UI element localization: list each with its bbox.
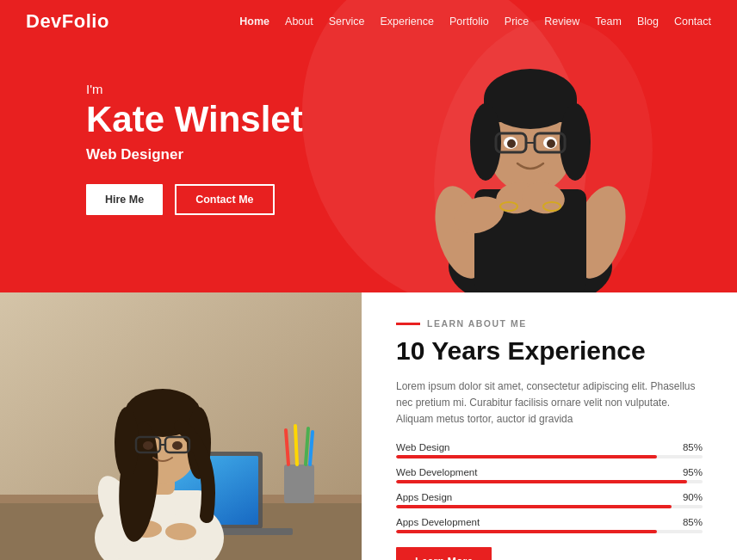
- hero-name: Kate Winslet: [86, 100, 303, 139]
- skill-label-apps-dev: Apps Development: [396, 517, 480, 527]
- nav-price[interactable]: Price: [505, 15, 529, 28]
- about-label-row: LEARN ABOUT ME: [396, 318, 703, 329]
- svg-line-33: [295, 426, 297, 465]
- skill-track-apps-dev: [396, 530, 703, 533]
- about-label: LEARN ABOUT ME: [427, 318, 527, 329]
- skill-bar-apps-design: Apps Design 90%: [396, 492, 703, 508]
- header: DevFolio Home About Service Experience P…: [0, 0, 737, 43]
- nav-team[interactable]: Team: [595, 15, 622, 28]
- skill-track-apps-design: [396, 505, 703, 508]
- about-section: LEARN ABOUT ME 10 Years Experience Lorem…: [0, 292, 737, 560]
- svg-point-52: [143, 441, 153, 450]
- nav-review[interactable]: Review: [544, 15, 579, 28]
- hire-me-button[interactable]: Hire Me: [86, 184, 163, 215]
- skill-fill-apps-dev: [396, 530, 657, 533]
- about-content: LEARN ABOUT ME 10 Years Experience Lorem…: [362, 292, 737, 560]
- hero-person-image: [393, 0, 668, 292]
- skill-bar-apps-dev: Apps Development 85%: [396, 517, 703, 533]
- hero-title: Web Designer: [86, 146, 303, 163]
- svg-rect-31: [284, 465, 314, 503]
- skill-percent-web-design: 85%: [683, 442, 703, 452]
- nav-contact[interactable]: Contact: [674, 15, 711, 28]
- nav: Home About Service Experience Portfolio …: [239, 15, 711, 28]
- contact-me-button[interactable]: Contact Me: [175, 184, 274, 215]
- hero-buttons: Hire Me Contact Me: [86, 184, 303, 215]
- nav-service[interactable]: Service: [329, 15, 365, 28]
- skill-fill-web-dev: [396, 480, 687, 483]
- svg-point-16: [507, 139, 516, 148]
- skill-bar-web-design: Web Design 85%: [396, 442, 703, 458]
- skill-percent-apps-dev: 85%: [683, 517, 703, 527]
- svg-point-41: [165, 523, 196, 540]
- skill-bar-web-dev: Web Development 95%: [396, 467, 703, 483]
- skill-label-apps-design: Apps Design: [396, 492, 452, 502]
- hero-im-text: I'm: [86, 82, 303, 96]
- hero-content: I'm Kate Winslet Web Designer Hire Me Co…: [86, 82, 303, 215]
- nav-portfolio[interactable]: Portfolio: [449, 15, 489, 28]
- svg-point-17: [547, 139, 555, 148]
- nav-home[interactable]: Home: [239, 15, 269, 28]
- nav-about[interactable]: About: [285, 15, 313, 28]
- skill-percent-web-dev: 95%: [683, 467, 703, 477]
- about-heading: 10 Years Experience: [396, 335, 703, 366]
- skill-label-web-dev: Web Development: [396, 467, 477, 477]
- skill-fill-apps-design: [396, 505, 672, 508]
- skill-fill-web-design: [396, 455, 657, 458]
- nav-experience[interactable]: Experience: [380, 15, 434, 28]
- about-image: [0, 292, 362, 560]
- skill-label-web-design: Web Design: [396, 442, 449, 452]
- skill-percent-apps-design: 90%: [683, 492, 703, 502]
- logo[interactable]: DevFolio: [26, 10, 109, 33]
- nav-blog[interactable]: Blog: [637, 15, 659, 28]
- skill-track-web-dev: [396, 480, 703, 483]
- learn-more-button[interactable]: Learn More: [396, 547, 492, 560]
- skill-track-web-design: [396, 455, 703, 458]
- about-text: Lorem ipsum dolor sit amet, consectetur …: [396, 378, 703, 428]
- about-red-line: [396, 323, 420, 325]
- svg-point-53: [172, 441, 183, 450]
